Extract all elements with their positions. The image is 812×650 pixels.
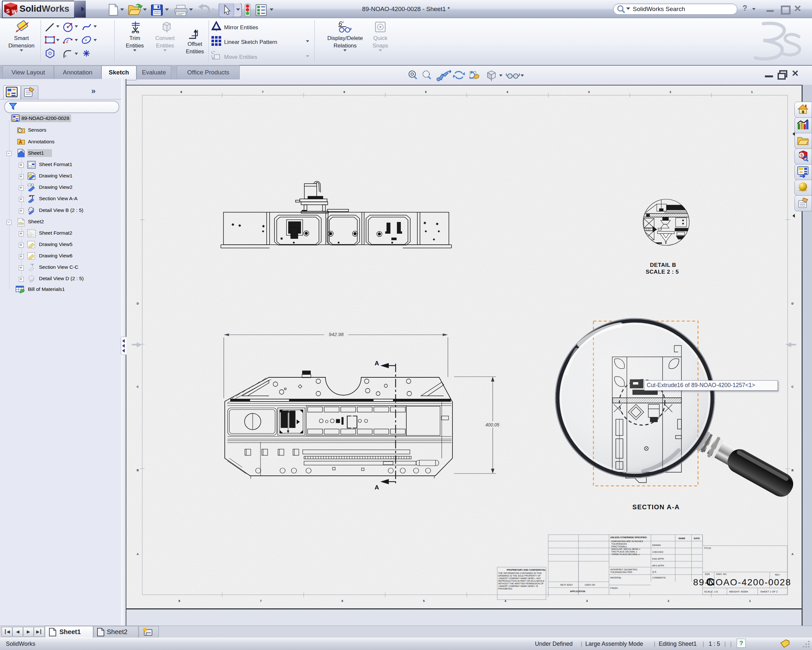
svg-text:3: 3 bbox=[586, 599, 588, 603]
svg-text:7: 7 bbox=[260, 599, 261, 603]
svg-text:A: A bbox=[792, 552, 794, 556]
svg-text:+: + bbox=[65, 54, 67, 58]
svg-text:SIZE: SIZE bbox=[705, 573, 710, 575]
svg-text:SCALE: 1:5: SCALE: 1:5 bbox=[704, 590, 718, 593]
svg-text:W: W bbox=[12, 9, 17, 15]
svg-text:S: S bbox=[6, 8, 10, 14]
svg-text:8: 8 bbox=[178, 599, 180, 603]
svg-text:DRAWN: DRAWN bbox=[652, 544, 661, 546]
svg-text:S: S bbox=[800, 153, 803, 158]
svg-text:C: C bbox=[137, 385, 139, 388]
svg-text:WITHOUT THE WRITTEN PERMISSION: WITHOUT THE WRITTEN PERMISSION OF bbox=[498, 583, 544, 585]
svg-text:INTERPRET GEOMETRIC: INTERPRET GEOMETRIC bbox=[610, 569, 638, 571]
svg-text:5: 5 bbox=[425, 90, 426, 93]
svg-text:400.05: 400.05 bbox=[485, 422, 499, 427]
svg-text:+: + bbox=[66, 40, 68, 44]
svg-text:PROPRIETARY AND CONFIDENTIAL: PROPRIETARY AND CONFIDENTIAL bbox=[507, 569, 546, 571]
svg-text:A: A bbox=[374, 360, 379, 367]
svg-text:2: 2 bbox=[667, 599, 669, 603]
svg-text:A: A bbox=[374, 484, 379, 491]
svg-text:4: 4 bbox=[506, 90, 508, 93]
svg-text:A: A bbox=[32, 207, 34, 211]
svg-text:THE INFORMATION CONTAINED IN T: THE INFORMATION CONTAINED IN THIS bbox=[498, 572, 542, 574]
svg-text:2: 2 bbox=[669, 90, 671, 93]
svg-text:5: 5 bbox=[423, 599, 424, 603]
svg-text:DIMENSIONS ARE IN INCHES: DIMENSIONS ARE IN INCHES bbox=[611, 540, 643, 543]
svg-text:FINISH: FINISH bbox=[610, 587, 618, 589]
svg-text:APPLICATION: APPLICATION bbox=[570, 590, 585, 592]
svg-text:MFG APPR.: MFG APPR. bbox=[652, 564, 664, 567]
svg-text:DWG. NO.: DWG. NO. bbox=[716, 573, 727, 575]
svg-text:ANGULAR: MACH± BEND ±: ANGULAR: MACH± BEND ± bbox=[611, 548, 641, 550]
svg-text:1: 1 bbox=[751, 90, 752, 93]
svg-text:B: B bbox=[137, 469, 139, 472]
svg-text:942.98: 942.98 bbox=[329, 332, 344, 337]
svg-text:1: 1 bbox=[749, 599, 751, 603]
svg-text:TITLE:: TITLE: bbox=[704, 547, 712, 549]
svg-text:A: A bbox=[19, 139, 22, 145]
svg-text:FRACTIONAL±: FRACTIONAL± bbox=[611, 545, 627, 548]
svg-text:SCALE 2 : 5: SCALE 2 : 5 bbox=[646, 269, 679, 275]
svg-text:A: A bbox=[137, 552, 139, 556]
svg-text:6: 6 bbox=[341, 599, 343, 603]
svg-text:3: 3 bbox=[588, 90, 589, 93]
svg-text:7: 7 bbox=[262, 90, 263, 93]
svg-text:D: D bbox=[137, 302, 139, 305]
svg-text:CHECKED: CHECKED bbox=[652, 551, 663, 553]
svg-text:DETAIL B: DETAIL B bbox=[650, 262, 676, 268]
svg-text:WEIGHT: 45354: WEIGHT: 45354 bbox=[729, 590, 748, 593]
svg-text:COMMENTS:: COMMENTS: bbox=[652, 577, 666, 579]
svg-text:THREE PLACE DECIMAL ±: THREE PLACE DECIMAL ± bbox=[611, 553, 640, 555]
svg-text:<INSERT COMPANY NAME HERE> IS: <INSERT COMPANY NAME HERE> IS bbox=[498, 585, 538, 587]
svg-text:USED ON: USED ON bbox=[585, 584, 595, 586]
svg-text:NEXT ASSY: NEXT ASSY bbox=[560, 584, 573, 586]
svg-text:TWO PLACE DECIMAL ±: TWO PLACE DECIMAL ± bbox=[611, 551, 637, 553]
svg-text:<INSERT COMPANY NAME HERE>. AN: <INSERT COMPANY NAME HERE>. ANY bbox=[498, 577, 541, 580]
svg-text:REPRODUCTION IN PART OR AS A W: REPRODUCTION IN PART OR AS A WHOLE bbox=[498, 580, 545, 582]
svg-text:DRAWING IS THE SOLE PROPERTY O: DRAWING IS THE SOLE PROPERTY OF bbox=[498, 575, 540, 577]
svg-text:TOLERANCING PER:: TOLERANCING PER: bbox=[610, 571, 633, 573]
svg-text:×: × bbox=[85, 38, 87, 43]
svg-text:MATERIAL: MATERIAL bbox=[610, 577, 622, 579]
svg-text:TOLERANCES:: TOLERANCES: bbox=[611, 543, 627, 545]
svg-text:6: 6 bbox=[343, 90, 345, 93]
svg-text:PROHIBITED.: PROHIBITED. bbox=[498, 587, 513, 590]
svg-text:DATE: DATE bbox=[694, 537, 700, 540]
svg-text:SHEET 1 OF 2: SHEET 1 OF 2 bbox=[760, 590, 778, 593]
svg-text:REV: REV bbox=[775, 574, 780, 576]
svg-text:ENG APPR.: ENG APPR. bbox=[652, 558, 664, 560]
svg-text:UNLESS OTHERWISE SPECIFIED:: UNLESS OTHERWISE SPECIFIED: bbox=[610, 536, 647, 538]
svg-text:NAME: NAME bbox=[679, 537, 685, 540]
svg-text:8: 8 bbox=[180, 90, 182, 93]
svg-text:Q.A.: Q.A. bbox=[652, 571, 657, 573]
